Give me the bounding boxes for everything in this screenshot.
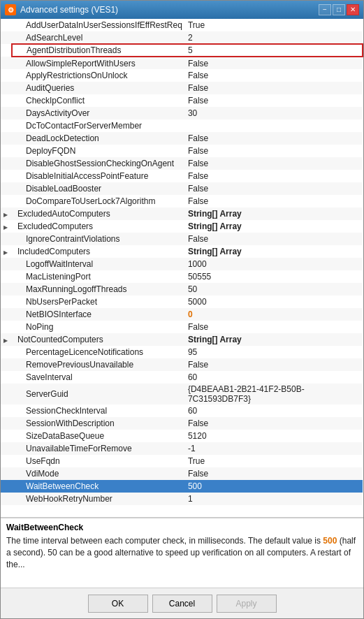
setting-value: 0 bbox=[185, 308, 363, 321]
table-row[interactable]: VdiModeFalse bbox=[1, 467, 363, 480]
table-row[interactable]: AddUserDataInUserSessionsIfEffRestReqTru… bbox=[1, 19, 363, 31]
table-row[interactable]: IgnoreContraintViolationsFalse bbox=[1, 233, 363, 245]
setting-name: DeployFQDN bbox=[12, 145, 185, 157]
table-row[interactable]: UnavailableTimeForRemove-1 bbox=[1, 442, 363, 455]
setting-value bbox=[185, 119, 363, 132]
table-row[interactable]: NetBIOSInterface0 bbox=[1, 308, 363, 321]
table-row[interactable]: ApplyRestrictionsOnUnlockFalse bbox=[1, 69, 363, 82]
expand-cell[interactable]: ▶ bbox=[1, 333, 12, 346]
window-icon: ⚙ bbox=[5, 4, 16, 15]
setting-name: AllowSimpleReportWithUsers bbox=[12, 57, 185, 69]
table-row[interactable]: DeployFQDNFalse bbox=[1, 145, 363, 157]
table-row[interactable]: SaveInterval60 bbox=[1, 371, 363, 384]
setting-name: DisableGhostSessionCheckingOnAgent bbox=[12, 157, 185, 170]
table-row[interactable]: PercentageLicenceNotifications95 bbox=[1, 346, 363, 358]
table-row[interactable]: SessionCheckInterval60 bbox=[1, 405, 363, 417]
expand-cell bbox=[1, 145, 12, 157]
expand-cell bbox=[1, 493, 12, 505]
expand-cell bbox=[1, 321, 12, 333]
expand-arrow-icon[interactable]: ▶ bbox=[3, 249, 8, 256]
table-row[interactable]: ▶ExcludedAutoComputersString[] Array bbox=[1, 207, 363, 220]
table-row[interactable]: LogoffWaitInterval1000 bbox=[1, 258, 363, 270]
table-row[interactable]: NbUsersPerPacket5000 bbox=[1, 296, 363, 308]
expand-cell bbox=[1, 157, 12, 170]
table-row[interactable]: AgentDistributionThreads5 bbox=[1, 44, 363, 57]
table-row[interactable]: MacListeningPort50555 bbox=[1, 270, 363, 283]
table-row[interactable]: DcToContactForServerMember bbox=[1, 119, 363, 132]
table-row[interactable]: DisableGhostSessionCheckingOnAgentFalse bbox=[1, 157, 363, 170]
table-row[interactable]: ▶ExcludedComputersString[] Array bbox=[1, 220, 363, 233]
table-row[interactable]: DaysActivityOver30 bbox=[1, 107, 363, 119]
expand-cell bbox=[1, 69, 12, 82]
table-row[interactable]: SizeDataBaseQueue5120 bbox=[1, 430, 363, 442]
setting-name: VdiMode bbox=[12, 467, 185, 480]
table-row[interactable]: WaitBetweenCheck500 bbox=[1, 480, 363, 493]
minimize-button[interactable]: − bbox=[319, 4, 331, 15]
apply-button[interactable]: Apply bbox=[217, 595, 277, 613]
maximize-button[interactable]: □ bbox=[333, 4, 345, 15]
expand-cell bbox=[1, 107, 12, 119]
ok-button[interactable]: OK bbox=[88, 595, 148, 613]
setting-value: False bbox=[185, 358, 363, 371]
expand-cell[interactable]: ▶ bbox=[1, 220, 12, 233]
table-row[interactable]: DisableInitialAccessPointFeatureFalse bbox=[1, 170, 363, 182]
expand-cell bbox=[1, 195, 12, 207]
table-row[interactable]: UseFqdnTrue bbox=[1, 455, 363, 467]
setting-name: DoCompareToUserLock7Algorithm bbox=[12, 195, 185, 207]
setting-value: False bbox=[185, 182, 363, 195]
setting-name: DisableInitialAccessPointFeature bbox=[12, 170, 185, 182]
expand-arrow-icon[interactable]: ▶ bbox=[3, 224, 8, 231]
expand-cell bbox=[1, 182, 12, 195]
table-row[interactable]: AdSearchLevel2 bbox=[1, 31, 363, 44]
setting-name: SessionCheckInterval bbox=[12, 405, 185, 417]
setting-name: UseFqdn bbox=[12, 455, 185, 467]
settings-table-container: AddUserDataInUserSessionsIfEffRestReqTru… bbox=[1, 19, 363, 518]
setting-name: AgentDistributionThreads bbox=[12, 44, 185, 57]
expand-cell[interactable]: ▶ bbox=[1, 207, 12, 220]
table-row[interactable]: SessionWithDescriptionFalse bbox=[1, 417, 363, 430]
main-window: ⚙ Advanced settings (VES1) − □ ✕ AddUser… bbox=[0, 0, 364, 619]
expand-arrow-icon[interactable]: ▶ bbox=[3, 212, 8, 218]
expand-cell bbox=[1, 455, 12, 467]
table-row[interactable]: ServerGuid{D4BEAAB1-2B21-41F2-B50B-7C315… bbox=[1, 384, 363, 405]
table-row[interactable]: NoPingFalse bbox=[1, 321, 363, 333]
table-row[interactable]: MaxRunningLogoffThreads50 bbox=[1, 283, 363, 296]
setting-value: 1 bbox=[185, 493, 363, 505]
table-row[interactable]: WebHookRetryNumber1 bbox=[1, 493, 363, 505]
expand-cell bbox=[1, 430, 12, 442]
setting-name: NotCountedComputers bbox=[12, 333, 185, 346]
cancel-button[interactable]: Cancel bbox=[152, 595, 212, 613]
expand-cell bbox=[1, 233, 12, 245]
info-text-before: The time interval between each computer … bbox=[6, 536, 323, 546]
table-row[interactable]: RemovePreviousUnavailableFalse bbox=[1, 358, 363, 371]
setting-value: False bbox=[185, 57, 363, 69]
table-row[interactable]: ▶IncludedComputersString[] Array bbox=[1, 245, 363, 258]
expand-cell bbox=[1, 296, 12, 308]
table-row[interactable]: CheckIpConflictFalse bbox=[1, 94, 363, 107]
setting-value: String[] Array bbox=[185, 245, 363, 258]
expand-cell bbox=[1, 467, 12, 480]
table-row[interactable]: DisableLoadBoosterFalse bbox=[1, 182, 363, 195]
table-row[interactable]: DoCompareToUserLock7AlgorithmFalse bbox=[1, 195, 363, 207]
table-row[interactable]: ▶NotCountedComputersString[] Array bbox=[1, 333, 363, 346]
title-controls: − □ ✕ bbox=[319, 4, 359, 15]
setting-name: IgnoreContraintViolations bbox=[12, 233, 185, 245]
table-row[interactable]: DeadLockDetectionFalse bbox=[1, 132, 363, 145]
setting-value: 5 bbox=[185, 44, 363, 57]
setting-name: ExcludedAutoComputers bbox=[12, 207, 185, 220]
expand-cell[interactable]: ▶ bbox=[1, 245, 12, 258]
setting-name: MaxRunningLogoffThreads bbox=[12, 283, 185, 296]
table-row[interactable]: AuditQueriesFalse bbox=[1, 82, 363, 94]
table-row[interactable]: AllowSimpleReportWithUsersFalse bbox=[1, 57, 363, 69]
setting-value: False bbox=[185, 170, 363, 182]
setting-name: AdSearchLevel bbox=[12, 31, 185, 44]
setting-value: 60 bbox=[185, 405, 363, 417]
setting-value: 5120 bbox=[185, 430, 363, 442]
setting-value: True bbox=[185, 455, 363, 467]
close-button[interactable]: ✕ bbox=[347, 4, 359, 15]
expand-arrow-icon[interactable]: ▶ bbox=[3, 337, 8, 344]
expand-cell bbox=[1, 270, 12, 283]
expand-cell bbox=[1, 132, 12, 145]
setting-value: False bbox=[185, 145, 363, 157]
expand-cell bbox=[1, 308, 12, 321]
